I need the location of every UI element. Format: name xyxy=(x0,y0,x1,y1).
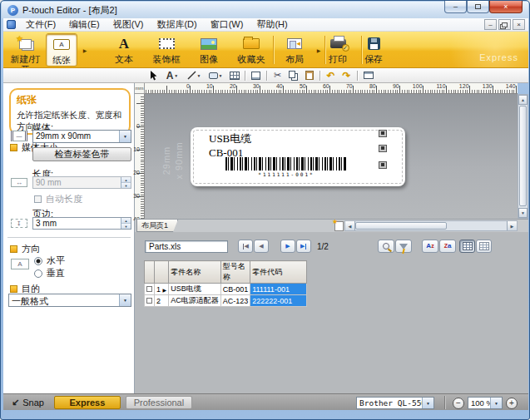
scroll-left-button[interactable]: ◀ xyxy=(345,221,355,230)
row-checkbox[interactable] xyxy=(145,284,155,295)
database-source-field[interactable]: Parts.xls xyxy=(145,240,228,253)
maximize-button[interactable] xyxy=(467,1,489,13)
first-record-button[interactable]: ◀ xyxy=(238,240,253,253)
sort-descending-button[interactable]: Za xyxy=(439,240,456,253)
check-tape-button[interactable]: 检查标签色带 xyxy=(32,147,131,161)
paper-info-box: 纸张 允许指定纸张长度、宽度和方向。 xyxy=(9,88,131,135)
minimize-button[interactable]: – xyxy=(444,1,467,13)
select-column-header[interactable] xyxy=(145,261,155,284)
vertical-radio[interactable]: 垂直 xyxy=(34,267,65,279)
toolbar-expand-button[interactable]: ▶ xyxy=(80,43,90,57)
last-record-button[interactable]: ▶ xyxy=(296,240,311,253)
window-arrange-button[interactable] xyxy=(361,69,375,82)
merge-field-icon[interactable] xyxy=(379,130,387,137)
dropdown-arrow-icon[interactable]: ▼ xyxy=(490,398,502,408)
save-button[interactable]: 保存 xyxy=(354,33,393,67)
margin-spin-buttons[interactable]: ▲▼ xyxy=(121,218,131,229)
shape-tool-button[interactable]: ▼ xyxy=(206,69,225,82)
child-close-button[interactable]: × xyxy=(513,19,525,30)
select-tool-button[interactable] xyxy=(146,69,161,82)
child-minimize-button[interactable]: – xyxy=(484,19,497,30)
merge-field-icon[interactable] xyxy=(379,145,387,152)
menu-file[interactable]: 文件(F) xyxy=(19,18,62,31)
zoom-out-button[interactable]: − xyxy=(453,398,464,409)
professional-mode-button[interactable]: Professional xyxy=(126,396,192,409)
media-size-select[interactable]: 29mm x 90mm ▼ xyxy=(32,130,131,143)
child-restore-button[interactable] xyxy=(498,19,511,30)
line-tool-button[interactable]: ▼ xyxy=(184,69,204,82)
purpose-select[interactable]: 一般格式 ▼ xyxy=(8,294,131,307)
dropdown-arrow-icon[interactable]: ▼ xyxy=(119,131,131,142)
redo-button[interactable]: ↷ xyxy=(339,69,354,82)
grid-view-button[interactable] xyxy=(459,240,475,253)
horizontal-radio[interactable]: 水平 xyxy=(34,254,65,267)
undo-button[interactable]: ↶ xyxy=(324,69,338,82)
menu-window[interactable]: 窗口(W) xyxy=(204,18,250,31)
paste-button[interactable] xyxy=(302,69,316,82)
express-mode-button[interactable]: Express xyxy=(54,396,121,409)
zoom-in-button[interactable]: + xyxy=(506,398,518,409)
image-button[interactable]: 图像 xyxy=(190,33,228,67)
ruler-unit-box: mm xyxy=(135,83,145,94)
paper-button[interactable]: A 纸张 xyxy=(46,33,77,67)
filter-button[interactable] xyxy=(395,240,412,253)
text-button[interactable]: A 文本 xyxy=(105,33,143,67)
column-header-model[interactable]: 型号名称 xyxy=(220,261,250,284)
dropdown-arrow-icon[interactable]: ▼ xyxy=(422,398,433,408)
cell-model[interactable]: CB-001 xyxy=(220,284,250,295)
cell-name[interactable]: USB电缆 xyxy=(169,284,221,295)
layout-button[interactable]: 布局 xyxy=(276,33,313,67)
merge-field-icon[interactable] xyxy=(379,161,387,169)
search-button[interactable] xyxy=(378,240,394,253)
scrollbar-thumb[interactable] xyxy=(355,222,447,230)
margin-input[interactable]: 3 mm ▲▼ xyxy=(32,217,131,230)
new-page-icon[interactable] xyxy=(334,221,344,231)
cell-code-selected[interactable]: 111111-001 xyxy=(250,284,307,295)
window-title: P-touch Editor - [布局2] xyxy=(22,4,117,17)
table-row[interactable]: 1 ▶ USB电缆 CB-001 111111-001 xyxy=(145,284,307,295)
database-panel: Parts.xls ◀ ◀ ▶ ▶ 1/2 Az Za 零件名称 型号名称 零件… xyxy=(135,232,528,393)
menu-help[interactable]: 帮助(H) xyxy=(250,18,294,31)
label-object[interactable]: USB电缆 CB-001 *111111-001* xyxy=(191,127,405,186)
main-toolbar: ★ 新建/打开 A 纸张 ▶ A 文本 装饰框 图像 收藏夹 布局 ▶ xyxy=(3,32,528,68)
table-tool-button[interactable] xyxy=(227,69,241,82)
previous-record-button[interactable]: ◀ xyxy=(254,240,269,253)
scroll-up-button[interactable]: ▲ xyxy=(518,95,528,105)
print-button[interactable]: ✓ 打印 xyxy=(319,33,357,67)
frame-button[interactable]: 装饰框 xyxy=(147,33,186,67)
rownum-column-header[interactable] xyxy=(155,261,169,284)
cell-code-selected[interactable]: 222222-001 xyxy=(250,295,307,307)
new-open-button[interactable]: ★ 新建/打开 xyxy=(6,33,45,67)
next-record-button[interactable]: ▶ xyxy=(280,240,295,253)
text-tool-button[interactable]: A▼ xyxy=(162,69,182,82)
column-header-name[interactable]: 零件名称 xyxy=(169,261,221,284)
copy-button[interactable] xyxy=(286,69,300,82)
snap-toggle[interactable]: ↙ Snap xyxy=(12,397,44,408)
cut-button[interactable]: ✂ xyxy=(270,69,285,82)
menu-view[interactable]: 视图(V) xyxy=(106,18,151,31)
form-view-button[interactable] xyxy=(476,240,492,253)
scrollbar-thumb[interactable] xyxy=(519,106,527,206)
layout-page-tab[interactable]: 布局页1 xyxy=(136,220,178,232)
menu-database[interactable]: 数据库(D) xyxy=(150,18,203,31)
close-button[interactable]: × xyxy=(489,1,523,13)
page-setup-button[interactable] xyxy=(249,69,263,82)
column-header-code[interactable]: 零件代码 xyxy=(250,261,307,284)
canvas-vertical-scrollbar[interactable]: ▲ ▼ xyxy=(518,94,528,219)
printer-select[interactable]: Brother QL-550 ▼ xyxy=(356,397,434,409)
cell-model[interactable]: AC-123 xyxy=(220,295,250,307)
scroll-right-button[interactable]: ▶ xyxy=(507,221,517,230)
zoom-level-select[interactable]: 100 % ▼ xyxy=(468,397,503,409)
barcode-object[interactable] xyxy=(225,157,347,170)
canvas-horizontal-scrollbar[interactable]: ◀ ▶ xyxy=(344,220,518,231)
cell-name[interactable]: AC电源适配器 xyxy=(169,295,221,307)
sort-ascending-button[interactable]: Az xyxy=(422,240,438,253)
table-row[interactable]: 2 AC电源适配器 AC-123 222222-001 xyxy=(145,295,307,307)
favorites-button[interactable]: 收藏夹 xyxy=(232,33,270,67)
dropdown-arrow-icon[interactable]: ▼ xyxy=(119,294,131,306)
scroll-down-button[interactable]: ▼ xyxy=(518,208,528,218)
image-icon xyxy=(201,38,217,50)
row-checkbox[interactable] xyxy=(145,295,155,307)
menu-edit[interactable]: 编辑(E) xyxy=(62,18,106,31)
label-text-line1[interactable]: USB电缆 xyxy=(209,131,251,146)
